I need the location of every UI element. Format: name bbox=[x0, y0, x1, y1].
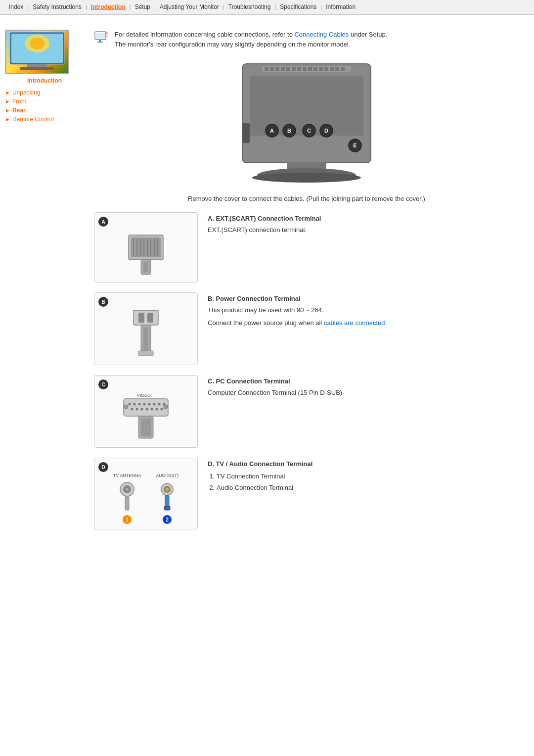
nav-information[interactable]: Information bbox=[322, 2, 359, 12]
terminal-d-list: TV Connection Terminal Audio Connection … bbox=[208, 471, 519, 494]
arrow-icon-front: ► bbox=[5, 98, 10, 104]
terminal-c-desc: Computer Connection Terminal (15 Pin D-S… bbox=[208, 388, 519, 398]
svg-rect-18 bbox=[292, 67, 296, 71]
nav-setup[interactable]: Setup bbox=[131, 2, 154, 12]
terminal-c-info: C. PC Connection Terminal Computer Conne… bbox=[208, 375, 519, 401]
scart-svg bbox=[111, 228, 180, 277]
svg-point-74 bbox=[146, 408, 148, 411]
audio-label: AUDIO(ST) bbox=[156, 473, 178, 478]
terminal-c-heading: C. PC Connection Terminal bbox=[208, 378, 519, 385]
terminal-a-heading: A. EXT.(SCART) Connection Terminal bbox=[208, 215, 519, 222]
terminal-section-d: D TV ANTENNA 1 bbox=[94, 458, 519, 529]
terminal-b-badge: B bbox=[98, 297, 108, 307]
info-text-part3: The monitor's rear configuration may var… bbox=[115, 41, 351, 48]
nav-safety[interactable]: Safety Instructions bbox=[29, 2, 86, 12]
svg-point-66 bbox=[143, 403, 146, 406]
svg-point-67 bbox=[148, 403, 151, 406]
nav-specifications[interactable]: Specifications bbox=[276, 2, 320, 12]
terminal-d-item-2: Audio Connection Terminal bbox=[217, 482, 519, 493]
svg-rect-14 bbox=[270, 67, 274, 71]
svg-rect-60 bbox=[138, 351, 153, 356]
terminal-d-item-1: TV Connection Terminal bbox=[217, 471, 519, 482]
svg-point-75 bbox=[151, 408, 153, 411]
svg-point-78 bbox=[124, 405, 128, 409]
svg-rect-9 bbox=[97, 42, 103, 43]
sidebar-item-remote[interactable]: ► Remote Control bbox=[5, 116, 84, 123]
sidebar-link-unpacking[interactable]: Unpacking bbox=[12, 89, 41, 96]
svg-point-63 bbox=[129, 403, 131, 406]
svg-rect-42 bbox=[242, 123, 250, 143]
svg-rect-56 bbox=[138, 313, 144, 323]
svg-rect-89 bbox=[165, 495, 169, 508]
terminal-a-badge: A bbox=[98, 217, 108, 227]
main-content: ! For detailed information concerning ca… bbox=[89, 25, 534, 554]
sidebar-section-label: Introduction bbox=[5, 77, 84, 84]
svg-rect-24 bbox=[324, 67, 328, 71]
arrow-icon-remote: ► bbox=[5, 116, 10, 122]
sidebar-item-unpacking[interactable]: ► Unpacking bbox=[5, 89, 84, 96]
terminal-d-info: D. TV / Audio Connection Terminal TV Con… bbox=[208, 458, 519, 494]
svg-rect-57 bbox=[147, 313, 153, 323]
svg-rect-59 bbox=[143, 328, 148, 350]
svg-text:D: D bbox=[324, 128, 328, 134]
svg-text:E: E bbox=[353, 142, 356, 148]
svg-text:VIDEO: VIDEO bbox=[137, 393, 151, 398]
terminal-d-image: D TV ANTENNA 1 bbox=[94, 458, 198, 529]
connecting-cables-link[interactable]: Connecting Cables bbox=[294, 31, 349, 38]
info-icon: ! bbox=[94, 31, 110, 45]
monitor-rear-image: A B C D E bbox=[94, 59, 519, 188]
svg-rect-13 bbox=[265, 67, 268, 71]
svg-rect-8 bbox=[99, 40, 101, 42]
svg-point-76 bbox=[156, 408, 158, 411]
arrow-icon-unpacking: ► bbox=[5, 90, 10, 95]
terminal-a-info: A. EXT.(SCART) Connection Terminal EXT.(… bbox=[208, 212, 519, 238]
svg-point-3 bbox=[30, 38, 44, 49]
terminal-a-desc: EXT.(SCART) connection terminal. bbox=[208, 225, 519, 235]
svg-rect-55 bbox=[134, 310, 158, 325]
info-paragraph: For detailed information concerning cabl… bbox=[115, 30, 387, 49]
svg-rect-20 bbox=[303, 67, 307, 71]
terminal-c-image: C VIDEO bbox=[94, 375, 198, 448]
number-2-badge: 2 bbox=[163, 515, 172, 524]
info-text-part2: under Setup. bbox=[349, 31, 387, 38]
number-1-badge: 1 bbox=[123, 515, 132, 524]
sidebar: Introduction ► Unpacking ► Front ► Rear … bbox=[0, 25, 89, 554]
terminal-b-period: . bbox=[385, 319, 387, 327]
sidebar-link-remote[interactable]: Remote Control bbox=[12, 116, 54, 123]
svg-rect-44 bbox=[131, 237, 161, 257]
svg-rect-85 bbox=[125, 496, 129, 510]
sidebar-link-rear[interactable]: Rear bbox=[12, 107, 26, 114]
svg-rect-15 bbox=[275, 67, 279, 71]
svg-rect-7 bbox=[96, 33, 105, 39]
nav-index[interactable]: Index bbox=[5, 2, 27, 12]
sidebar-item-front[interactable]: ► Front bbox=[5, 98, 84, 105]
svg-rect-21 bbox=[308, 67, 312, 71]
arrow-icon-rear: ► bbox=[5, 107, 10, 113]
svg-text:B: B bbox=[287, 128, 291, 134]
svg-rect-26 bbox=[335, 67, 339, 71]
tv-antenna-column: TV ANTENNA 1 bbox=[113, 473, 141, 524]
terminal-d-heading: D. TV / Audio Connection Terminal bbox=[208, 460, 519, 468]
sidebar-navigation: ► Unpacking ► Front ► Rear ► Remote Cont… bbox=[5, 89, 84, 123]
svg-point-79 bbox=[164, 405, 168, 409]
info-text-part1: For detailed information concerning cabl… bbox=[115, 31, 294, 38]
terminal-b-desc2: Connect the power source plug when all c… bbox=[208, 318, 519, 328]
sidebar-monitor-svg bbox=[7, 31, 67, 73]
nav-adjusting[interactable]: Adjusting Your Monitor bbox=[156, 2, 223, 12]
terminal-b-image: B bbox=[94, 292, 198, 365]
nav-introduction[interactable]: Introduction bbox=[87, 2, 130, 12]
svg-rect-54 bbox=[143, 262, 148, 272]
svg-rect-27 bbox=[341, 67, 345, 71]
cables-connected-link[interactable]: cables are connected bbox=[324, 319, 385, 327]
nav-troubleshooting[interactable]: Troubleshooting bbox=[224, 2, 275, 12]
svg-point-84 bbox=[126, 488, 129, 491]
main-layout: Introduction ► Unpacking ► Front ► Rear … bbox=[0, 15, 534, 554]
svg-text:A: A bbox=[270, 128, 274, 134]
sidebar-item-rear[interactable]: ► Rear bbox=[5, 107, 84, 114]
svg-point-68 bbox=[153, 403, 156, 406]
terminal-section-c: C VIDEO bbox=[94, 375, 519, 448]
tv-audio-connectors: TV ANTENNA 1 AUDIO(ST) bbox=[99, 473, 192, 524]
sidebar-link-front[interactable]: Front bbox=[12, 98, 26, 105]
terminal-section-a: A bbox=[94, 212, 519, 283]
svg-point-64 bbox=[134, 403, 136, 406]
